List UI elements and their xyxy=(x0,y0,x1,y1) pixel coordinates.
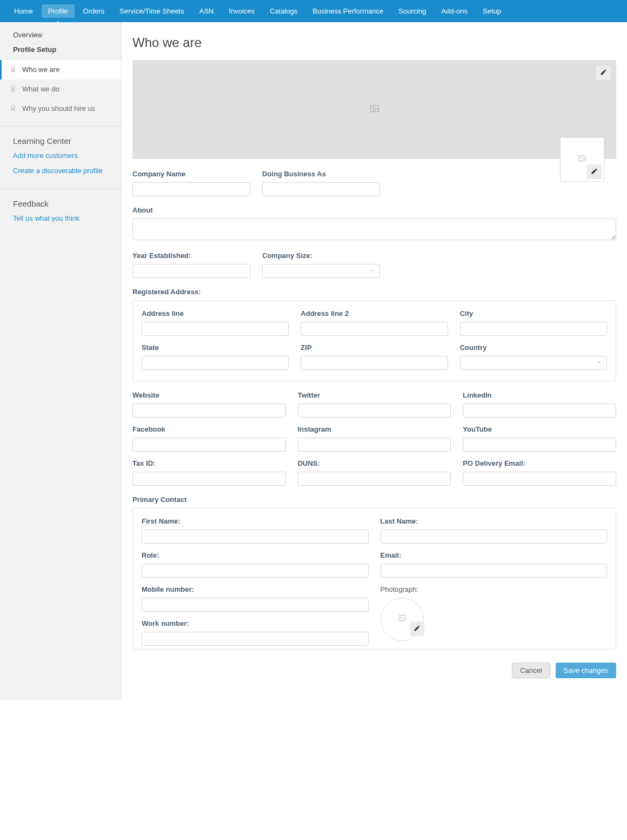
label-email: Email: xyxy=(381,551,608,559)
mobile-input[interactable] xyxy=(142,598,369,612)
role-input[interactable] xyxy=(142,564,369,578)
label-duns: DUNS: xyxy=(298,459,451,467)
edit-photo-button[interactable] xyxy=(410,621,424,636)
label-linkedin: LinkedIn xyxy=(463,391,616,399)
chevron-down-icon xyxy=(596,359,602,367)
duns-input[interactable] xyxy=(298,472,451,486)
sidebar-item-label: Who we are xyxy=(22,65,114,75)
registered-address-group: Address line Address line 2 City State xyxy=(132,300,616,381)
state-input[interactable] xyxy=(142,356,289,370)
first-name-input[interactable] xyxy=(142,530,369,544)
link-tell-us-what-you-think[interactable]: Tell us what you think xyxy=(13,214,108,223)
label-state: State xyxy=(142,343,289,352)
company-name-input[interactable] xyxy=(132,182,250,196)
nav-business-performance[interactable]: Business Performance xyxy=(305,2,391,21)
nav-sourcing[interactable]: Sourcing xyxy=(391,2,433,21)
label-last-name: Last Name: xyxy=(381,517,608,525)
nav-profile[interactable]: Profile xyxy=(42,4,75,18)
svg-point-1 xyxy=(11,86,15,89)
feedback-title: Feedback xyxy=(13,199,108,208)
nav-orders[interactable]: Orders xyxy=(76,2,112,21)
sidebar-item-who-we-are[interactable]: Who we are xyxy=(0,60,121,80)
label-po-email: PO Delivery Email: xyxy=(463,459,616,467)
label-year-established: Year Established: xyxy=(132,252,250,260)
label-city: City xyxy=(460,309,607,318)
svg-point-4 xyxy=(372,107,373,108)
sidebar-profile-setup[interactable]: Profile Setup xyxy=(13,45,108,54)
svg-point-8 xyxy=(400,617,401,618)
sidebar-item-why-hire-us[interactable]: Why you should hire us xyxy=(0,99,121,118)
email-input[interactable] xyxy=(381,564,608,578)
chevron-down-icon xyxy=(369,267,375,275)
label-photograph: Photograph: xyxy=(381,585,608,593)
main-content: Who we are xyxy=(122,22,627,700)
label-zip: ZIP xyxy=(301,343,448,352)
label-country: Country xyxy=(460,343,607,352)
nav-add-ons[interactable]: Add-ons xyxy=(434,2,475,21)
label-address-line: Address line xyxy=(142,309,289,318)
last-name-input[interactable] xyxy=(381,530,608,544)
nav-setup[interactable]: Setup xyxy=(475,2,509,21)
pencil-icon xyxy=(600,69,607,77)
svg-rect-5 xyxy=(579,156,586,161)
nav-home[interactable]: Home xyxy=(6,2,41,21)
country-select[interactable] xyxy=(460,356,607,370)
label-first-name: First Name: xyxy=(142,517,369,525)
twitter-input[interactable] xyxy=(298,404,451,418)
form-actions: Cancel Save changes xyxy=(132,663,616,678)
po-email-input[interactable] xyxy=(463,472,616,486)
svg-point-0 xyxy=(11,67,15,70)
save-changes-button[interactable]: Save changes xyxy=(556,663,616,678)
nav-asn[interactable]: ASN xyxy=(192,2,222,21)
edit-logo-button[interactable] xyxy=(587,164,602,179)
city-input[interactable] xyxy=(460,322,607,336)
address-line-input[interactable] xyxy=(142,322,289,336)
sidebar-overview[interactable]: Overview xyxy=(13,31,108,39)
learning-center-title: Learning Center xyxy=(13,136,108,145)
year-established-input[interactable] xyxy=(132,264,250,278)
label-company-size: Company Size: xyxy=(262,252,380,260)
dba-input[interactable] xyxy=(262,182,380,196)
svg-point-2 xyxy=(11,105,15,109)
image-placeholder-icon xyxy=(577,155,587,164)
sidebar-item-label: Why you should hire us xyxy=(22,104,114,114)
contact-photo-area xyxy=(381,598,424,641)
address-line-2-input[interactable] xyxy=(301,322,448,336)
linkedin-input[interactable] xyxy=(463,404,616,418)
primary-contact-group: First Name: Last Name: Role: Email: Mobi… xyxy=(132,508,616,650)
edit-banner-button[interactable] xyxy=(596,65,611,80)
website-input[interactable] xyxy=(132,404,286,418)
link-create-discoverable-profile[interactable]: Create a discoverable profile xyxy=(13,166,108,176)
label-twitter: Twitter xyxy=(298,391,451,399)
tax-id-input[interactable] xyxy=(132,472,286,486)
label-facebook: Facebook xyxy=(132,425,286,433)
label-address-line-2: Address line 2 xyxy=(301,309,448,318)
link-add-more-customers[interactable]: Add more customers xyxy=(13,151,108,161)
nav-catalogs[interactable]: Catalogs xyxy=(262,2,305,21)
zip-input[interactable] xyxy=(301,356,448,370)
label-primary-contact: Primary Contact xyxy=(132,495,616,504)
instagram-input[interactable] xyxy=(298,438,451,452)
nav-service-time-sheets[interactable]: Service/Time Sheets xyxy=(112,2,191,21)
badge-icon xyxy=(9,84,17,94)
about-input[interactable] xyxy=(132,219,616,240)
badge-icon xyxy=(9,104,17,114)
badge-icon xyxy=(9,65,17,75)
work-input[interactable] xyxy=(142,632,369,646)
page-title: Who we are xyxy=(132,35,616,50)
company-size-select[interactable] xyxy=(262,264,380,278)
label-about: About xyxy=(132,206,616,214)
cancel-button[interactable]: Cancel xyxy=(512,663,550,678)
top-nav: Home Profile Orders Service/Time Sheets … xyxy=(0,0,627,22)
youtube-input[interactable] xyxy=(463,438,616,452)
label-website: Website xyxy=(132,391,286,399)
image-placeholder-icon xyxy=(369,104,381,115)
label-mobile: Mobile number: xyxy=(142,585,369,593)
sidebar-item-what-we-do[interactable]: What we do xyxy=(0,80,121,99)
label-work: Work number: xyxy=(142,619,369,627)
nav-invoices[interactable]: Invoices xyxy=(221,2,262,21)
banner-image-area xyxy=(132,60,616,159)
logo-image-area xyxy=(560,137,604,182)
pencil-icon xyxy=(591,168,598,176)
facebook-input[interactable] xyxy=(132,438,286,452)
